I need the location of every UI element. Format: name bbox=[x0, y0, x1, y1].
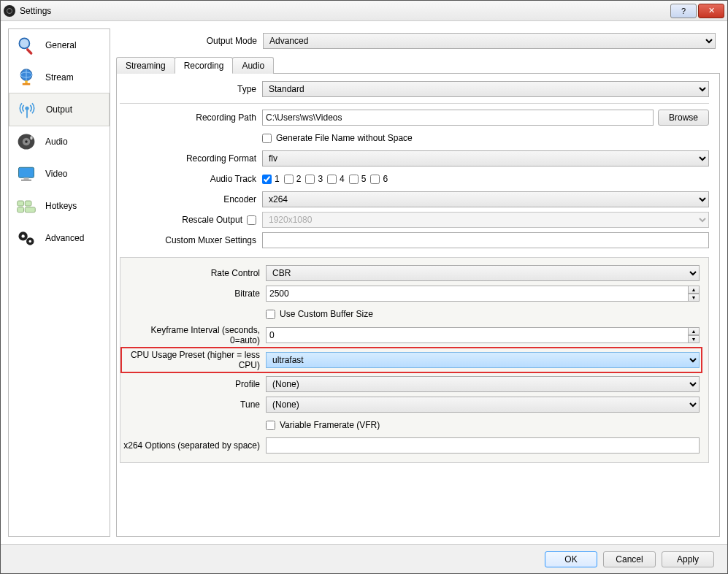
rate-control-label: Rate Control bbox=[123, 268, 266, 278]
sidebar-item-hotkeys[interactable]: Hotkeys bbox=[9, 190, 110, 222]
track-label: 5 bbox=[361, 174, 367, 184]
tab-streaming[interactable]: Streaming bbox=[116, 57, 175, 74]
svg-rect-15 bbox=[25, 201, 31, 206]
sidebar-item-label: General bbox=[45, 40, 77, 50]
track-label: 6 bbox=[383, 174, 388, 184]
cancel-button[interactable]: Cancel bbox=[603, 551, 656, 567]
bitrate-up[interactable]: ▲ bbox=[688, 286, 700, 294]
output-mode-select[interactable]: Advanced bbox=[263, 33, 716, 49]
svg-rect-12 bbox=[24, 177, 29, 180]
encoder-label: Encoder bbox=[120, 194, 262, 204]
settings-window: Settings ? ✕ General Stream Output Audio bbox=[0, 0, 728, 574]
encoder-select[interactable]: x264 bbox=[262, 191, 709, 207]
apply-button[interactable]: Apply bbox=[662, 551, 714, 567]
dialog-footer: OK Cancel Apply bbox=[1, 544, 727, 573]
cpu-preset-select[interactable]: ultrafast bbox=[266, 352, 700, 368]
sidebar-item-output[interactable]: Output bbox=[9, 93, 110, 126]
vfr-checkbox[interactable] bbox=[266, 421, 275, 430]
keyframe-down[interactable]: ▼ bbox=[688, 335, 700, 343]
sidebar-item-label: Stream bbox=[45, 72, 74, 83]
svg-point-21 bbox=[29, 240, 32, 243]
svg-rect-1 bbox=[26, 48, 33, 56]
sidebar-item-stream[interactable]: Stream bbox=[9, 61, 110, 93]
svg-rect-14 bbox=[18, 201, 24, 206]
x264-options-label: x264 Options (separated by space) bbox=[123, 440, 266, 451]
keyframe-up[interactable]: ▲ bbox=[688, 327, 700, 335]
svg-rect-11 bbox=[19, 167, 34, 177]
track-6-checkbox[interactable] bbox=[370, 175, 380, 184]
type-select[interactable]: Standard bbox=[262, 81, 709, 97]
svg-point-0 bbox=[19, 38, 29, 48]
recording-format-select[interactable]: flv bbox=[262, 150, 709, 167]
encoder-settings-group: Rate Control CBR Bitrate ▲▼ Use Custom B… bbox=[120, 257, 709, 463]
keyboard-icon bbox=[13, 196, 39, 216]
track-3-checkbox[interactable] bbox=[305, 175, 315, 184]
sidebar-item-audio[interactable]: Audio bbox=[9, 126, 110, 158]
svg-rect-16 bbox=[18, 207, 24, 213]
monitor-icon bbox=[13, 164, 39, 184]
help-button[interactable]: ? bbox=[670, 4, 697, 18]
rescale-output-select[interactable]: 1920x1080 bbox=[262, 212, 709, 228]
track-2-checkbox[interactable] bbox=[284, 175, 294, 184]
antenna-icon bbox=[14, 99, 40, 120]
tune-select[interactable]: (None) bbox=[266, 397, 700, 413]
svg-rect-5 bbox=[23, 83, 31, 85]
track-label: 1 bbox=[275, 174, 280, 184]
tab-audio[interactable]: Audio bbox=[232, 57, 274, 74]
obs-icon bbox=[4, 5, 15, 17]
ok-button[interactable]: OK bbox=[545, 551, 597, 567]
sidebar-item-video[interactable]: Video bbox=[9, 158, 110, 190]
close-button[interactable]: ✕ bbox=[698, 4, 724, 18]
sidebar-item-label: Video bbox=[45, 169, 67, 179]
track-1-checkbox[interactable] bbox=[262, 175, 272, 184]
bitrate-down[interactable]: ▼ bbox=[688, 294, 700, 302]
track-label: 4 bbox=[340, 174, 345, 184]
svg-point-6 bbox=[25, 107, 28, 110]
vfr-label: Variable Framerate (VFR) bbox=[280, 420, 380, 430]
type-label: Type bbox=[120, 84, 262, 94]
gears-icon bbox=[13, 228, 39, 248]
custom-buffer-checkbox[interactable] bbox=[266, 310, 275, 319]
svg-rect-4 bbox=[25, 80, 28, 83]
sidebar-item-label: Hotkeys bbox=[45, 201, 77, 211]
x264-options-input[interactable] bbox=[266, 437, 700, 454]
globe-icon bbox=[13, 67, 39, 88]
custom-buffer-label: Use Custom Buffer Size bbox=[280, 309, 373, 319]
tab-recording[interactable]: Recording bbox=[175, 57, 234, 74]
browse-button[interactable]: Browse bbox=[658, 110, 709, 126]
sidebar: General Stream Output Audio Video Hotkey… bbox=[8, 28, 110, 537]
cpu-preset-label: CPU Usage Preset (higher = less CPU) bbox=[123, 350, 266, 370]
svg-point-9 bbox=[25, 140, 28, 143]
bitrate-label: Bitrate bbox=[123, 288, 266, 299]
track-5-checkbox[interactable] bbox=[349, 175, 359, 184]
recording-path-input[interactable] bbox=[262, 110, 654, 126]
rescale-output-checkbox[interactable] bbox=[247, 215, 256, 225]
muxer-label: Custom Muxer Settings bbox=[120, 235, 262, 245]
output-mode-label: Output Mode bbox=[120, 36, 263, 46]
track-4-checkbox[interactable] bbox=[327, 175, 337, 184]
output-tabs: Streaming Recording Audio bbox=[116, 56, 720, 74]
profile-select[interactable]: (None) bbox=[266, 376, 700, 392]
gen-filename-checkbox[interactable] bbox=[262, 134, 272, 143]
bitrate-input[interactable] bbox=[266, 286, 688, 302]
separator bbox=[120, 103, 709, 104]
highlighted-cpu-preset-row: CPU Usage Preset (higher = less CPU) ult… bbox=[120, 347, 702, 373]
sidebar-item-label: Advanced bbox=[45, 233, 84, 243]
svg-rect-17 bbox=[25, 207, 35, 213]
audio-tracks: 1 2 3 4 5 6 bbox=[262, 174, 709, 184]
rate-control-select[interactable]: CBR bbox=[266, 265, 700, 281]
recording-tab-body: Type Standard Recording Path Browse Gene bbox=[116, 74, 720, 537]
keyframe-label: Keyframe Interval (seconds, 0=auto) bbox=[123, 325, 266, 345]
svg-point-10 bbox=[30, 136, 33, 139]
main-panel: Output Mode Advanced Streaming Recording… bbox=[116, 28, 720, 537]
sidebar-item-general[interactable]: General bbox=[9, 29, 110, 61]
profile-label: Profile bbox=[123, 379, 266, 389]
titlebar: Settings ? ✕ bbox=[1, 1, 727, 21]
keyframe-input[interactable] bbox=[266, 327, 688, 343]
sidebar-item-advanced[interactable]: Advanced bbox=[9, 222, 110, 254]
audio-track-label: Audio Track bbox=[120, 174, 262, 184]
recording-path-label: Recording Path bbox=[120, 112, 262, 123]
window-title: Settings bbox=[20, 6, 669, 16]
rescale-output-label: Rescale Output bbox=[182, 215, 242, 225]
muxer-input[interactable] bbox=[262, 232, 709, 248]
